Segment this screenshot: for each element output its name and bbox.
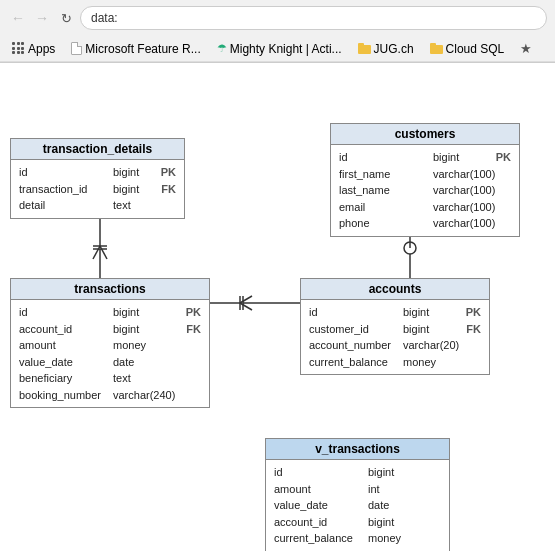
shield-icon: ☂ (217, 42, 227, 55)
bookmark-jugch[interactable]: JUG.ch (354, 40, 418, 58)
star-icon: ★ (520, 41, 532, 56)
table-row: phone varchar(100) (339, 215, 511, 232)
table-header-accounts: accounts (301, 279, 489, 300)
table-row: value_date date (19, 354, 201, 371)
table-accounts: accounts id bigint PK customer_id bigint… (300, 278, 490, 375)
table-row: current_balance money (309, 354, 481, 371)
table-row: last_name varchar(100) (339, 182, 511, 199)
table-row: id bigint PK (309, 304, 481, 321)
bookmark-microsoft-label: Microsoft Feature R... (85, 42, 200, 56)
table-transaction-details: transaction_details id bigint PK transac… (10, 138, 185, 219)
table-header-transaction-details: transaction_details (11, 139, 184, 160)
svg-point-9 (404, 242, 416, 254)
table-body-transaction-details: id bigint PK transaction_id bigint FK de… (11, 160, 184, 218)
table-body-v-transactions: id bigint amount int value_date date acc… (266, 460, 449, 551)
svg-line-4 (93, 246, 100, 259)
table-v-transactions: v_transactions id bigint amount int valu… (265, 438, 450, 551)
browser-chrome: ← → ↻ data: Apps Microsoft Feature R... … (0, 0, 555, 63)
forward-button[interactable]: → (32, 8, 52, 28)
table-header-customers: customers (331, 124, 519, 145)
folder-icon-2 (430, 43, 443, 54)
table-row: id bigint (274, 464, 441, 481)
bookmark-star[interactable]: ★ (516, 39, 536, 58)
bookmark-microsoft[interactable]: Microsoft Feature R... (67, 40, 204, 58)
table-row: id bigint PK (339, 149, 511, 166)
page-icon (71, 42, 82, 55)
apps-grid-icon (12, 42, 25, 55)
table-transactions: transactions id bigint PK account_id big… (10, 278, 210, 408)
table-row: detail text (19, 197, 176, 214)
table-row: customer_id bigint FK (309, 321, 481, 338)
table-row: amount int (274, 481, 441, 498)
bookmark-cloudsql[interactable]: Cloud SQL (426, 40, 509, 58)
address-text: data: (91, 11, 118, 25)
bookmark-apps-label: Apps (28, 42, 55, 56)
bookmark-cloudsql-label: Cloud SQL (446, 42, 505, 56)
table-customers: customers id bigint PK first_name varcha… (330, 123, 520, 237)
table-header-v-transactions: v_transactions (266, 439, 449, 460)
table-row: first_name varchar(100) (339, 166, 511, 183)
table-row: beneficiary text (19, 370, 201, 387)
bookmarks-bar: Apps Microsoft Feature R... ☂ Mighty Kni… (0, 36, 555, 62)
table-header-transactions: transactions (11, 279, 209, 300)
bookmark-jugch-label: JUG.ch (374, 42, 414, 56)
table-body-transactions: id bigint PK account_id bigint FK amount… (11, 300, 209, 407)
table-body-customers: id bigint PK first_name varchar(100) las… (331, 145, 519, 236)
folder-icon (358, 43, 371, 54)
table-row: booking_number varchar(240) (19, 387, 201, 404)
svg-line-5 (100, 246, 107, 259)
diagram-area: transaction_details id bigint PK transac… (0, 63, 555, 551)
nav-bar: ← → ↻ data: (0, 0, 555, 36)
back-button[interactable]: ← (8, 8, 28, 28)
table-row: value_date date (274, 497, 441, 514)
table-row: amount money (19, 337, 201, 354)
table-body-accounts: id bigint PK customer_id bigint FK accou… (301, 300, 489, 374)
bookmark-mightyknight-label: Mighty Knight | Acti... (230, 42, 342, 56)
table-row: account_id bigint (274, 514, 441, 531)
bookmark-apps[interactable]: Apps (8, 40, 59, 58)
svg-line-16 (240, 303, 252, 310)
bookmark-mightyknight[interactable]: ☂ Mighty Knight | Acti... (213, 40, 346, 58)
svg-line-15 (240, 296, 252, 303)
table-row: email varchar(100) (339, 199, 511, 216)
table-row: current_balance money (274, 530, 441, 547)
address-bar[interactable]: data: (80, 6, 547, 30)
refresh-button[interactable]: ↻ (56, 8, 76, 28)
table-row: id bigint PK (19, 164, 176, 181)
table-row: account_id bigint FK (19, 321, 201, 338)
table-row: transaction_id bigint FK (19, 181, 176, 198)
table-row: id bigint PK (19, 304, 201, 321)
table-row: account_number varchar(20) (309, 337, 481, 354)
